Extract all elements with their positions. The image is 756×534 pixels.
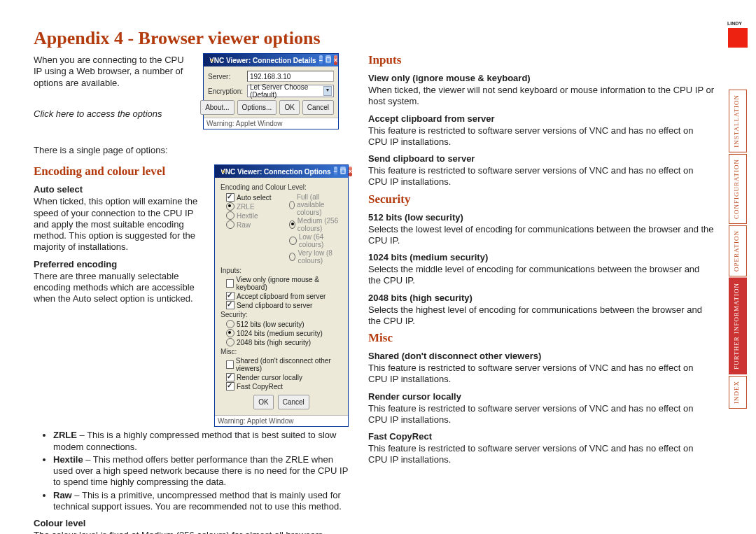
minimize-icon[interactable]: – <box>319 55 323 65</box>
maximize-icon[interactable]: ☐ <box>340 167 346 176</box>
about-button[interactable]: About... <box>200 100 234 115</box>
sec2048-text: Selects the highest level of encoding fo… <box>368 304 714 328</box>
server-input[interactable]: 192.168.3.10 <box>247 71 334 82</box>
maximize-icon[interactable]: ☐ <box>326 55 331 65</box>
cancel-button[interactable]: Cancel <box>278 395 309 409</box>
group-misc: Misc: <box>220 348 344 356</box>
sec1024-radio[interactable] <box>226 329 234 337</box>
dialog-title: VNC Viewer: Connection Details <box>209 57 316 64</box>
shared-checkbox[interactable] <box>226 360 234 369</box>
shared-heading: Shared (don't disconnect other viewers) <box>368 351 714 361</box>
fast-text: This feature is restricted to software s… <box>368 443 714 466</box>
ok-button[interactable]: OK <box>279 100 299 115</box>
render-text: This feature is restricted to software s… <box>368 403 714 426</box>
ok-button[interactable]: OK <box>253 395 273 409</box>
server-label: Server: <box>208 73 244 80</box>
nav-configuration[interactable]: Configuration <box>729 154 747 224</box>
zrle-radio[interactable] <box>226 202 234 211</box>
options-button[interactable]: Options... <box>237 100 277 115</box>
list-item: Raw – This is a primitive, uncompressed … <box>53 490 349 513</box>
viewonly-checkbox[interactable] <box>226 279 234 288</box>
render-cursor-checkbox[interactable] <box>226 373 234 381</box>
nav-further-information[interactable]: Further information <box>729 278 747 374</box>
copyrect-checkbox[interactable] <box>226 382 234 391</box>
list-item: Hextile – This method offers better perf… <box>53 454 349 489</box>
single-page-text: There is a single page of options: <box>34 145 349 156</box>
shared-text: This feature is restricted to software s… <box>368 363 714 386</box>
close-icon[interactable]: × <box>334 55 337 65</box>
encryption-select[interactable]: Let Server Choose (Default) ▾ <box>247 85 334 97</box>
security-section: Security <box>368 192 714 206</box>
dialog-title: VNC Viewer: Connection Options <box>220 168 331 176</box>
send-clipboard-checkbox[interactable] <box>226 301 234 309</box>
accept-clip-text: This feature is restricted to software s… <box>368 125 714 148</box>
group-security: Security: <box>220 311 344 318</box>
brand-logo <box>728 28 748 48</box>
raw-radio[interactable] <box>226 220 234 229</box>
cancel-button[interactable]: Cancel <box>302 100 334 115</box>
brand-text: LINDY <box>727 21 742 26</box>
vnc-connection-dialog: VNC Viewer: Connection Details – ☐ × Ser… <box>203 53 339 129</box>
sec512-radio[interactable] <box>226 320 234 328</box>
colour-level-text: The colour level is fixed at Medium (256… <box>34 530 349 534</box>
applet-warning: Warning: Applet Window <box>215 415 348 426</box>
encryption-label: Encryption: <box>208 87 244 95</box>
sec512-heading: 512 bits (low security) <box>368 212 714 223</box>
hextile-radio[interactable] <box>226 211 234 220</box>
preferred-encoding-text: There are three manually selectable enco… <box>34 271 207 305</box>
send-clip-text: This feature is restricted to software s… <box>368 165 714 188</box>
render-heading: Render cursor locally <box>368 391 714 402</box>
preferred-encoding-heading: Preferred encoding <box>34 259 207 269</box>
vnc-options-dialog: VNC Viewer: Connection Options – ☐ × Enc… <box>214 164 349 427</box>
vlow-colour-radio[interactable] <box>289 253 295 261</box>
fast-heading: Fast CopyRect <box>368 431 714 442</box>
viewonly-heading: View only (ignore mouse & keyboard) <box>368 73 714 83</box>
group-encoding: Encoding and Colour Level: <box>220 183 344 191</box>
colour-level-heading: Colour level <box>34 518 349 528</box>
misc-section: Misc <box>368 331 714 345</box>
full-colour-radio[interactable] <box>289 201 295 209</box>
nav-index[interactable]: Index <box>729 376 747 409</box>
intro-text: When you are connecting to the CPU IP us… <box>34 55 195 89</box>
minimize-icon[interactable]: – <box>334 167 337 176</box>
accept-clipboard-checkbox[interactable] <box>226 292 234 300</box>
list-item: ZRLE – This is a highly compressed metho… <box>53 430 349 453</box>
auto-select-text: When ticked, this option will examine th… <box>34 196 207 253</box>
group-inputs: Inputs: <box>220 267 344 274</box>
options-caption: Click here to access the options <box>34 108 195 120</box>
nav-operation[interactable]: Operation <box>729 225 747 276</box>
sec2048-radio[interactable] <box>226 338 234 346</box>
sec2048-heading: 2048 bits (high security) <box>368 293 714 303</box>
accept-clip-heading: Accept clipboard from server <box>368 113 714 124</box>
chevron-down-icon: ▾ <box>323 86 332 96</box>
applet-warning: Warning: Applet Window <box>204 118 338 129</box>
close-icon[interactable]: × <box>349 167 352 176</box>
medium-colour-radio[interactable] <box>289 220 295 229</box>
nav-installation[interactable]: Installation <box>729 90 747 153</box>
send-clip-heading: Send clipboard to server <box>368 153 714 164</box>
auto-select-heading: Auto select <box>34 184 207 195</box>
page-title: Appendix 4 - Browser viewer options <box>34 28 714 49</box>
sec512-text: Selects the lowest level of encoding for… <box>368 224 714 247</box>
low-colour-radio[interactable] <box>289 237 297 245</box>
viewonly-text: When ticked, the viewer will not send ke… <box>368 85 714 108</box>
sec1024-heading: 1024 bits (medium security) <box>368 252 714 262</box>
auto-select-checkbox[interactable] <box>226 193 234 202</box>
sec1024-text: Selects the middle level of encoding for… <box>368 264 714 287</box>
encoding-section: Encoding and colour level <box>34 164 207 178</box>
inputs-section: Inputs <box>368 53 714 67</box>
